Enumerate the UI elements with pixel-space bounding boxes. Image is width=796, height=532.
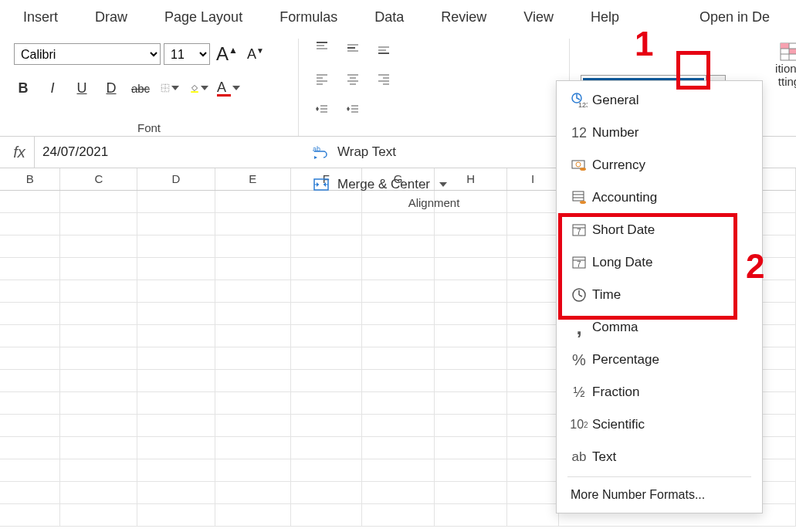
- cell[interactable]: [0, 236, 60, 257]
- bold-button[interactable]: B: [14, 79, 32, 97]
- more-number-formats[interactable]: More Number Formats...: [557, 480, 762, 510]
- cell[interactable]: [291, 415, 362, 436]
- cell[interactable]: [435, 347, 507, 369]
- cell[interactable]: [362, 280, 435, 302]
- italic-button[interactable]: I: [43, 79, 62, 97]
- cell[interactable]: [291, 325, 362, 347]
- cell[interactable]: [435, 504, 507, 526]
- align-right-button[interactable]: [374, 69, 393, 88]
- cell[interactable]: [215, 370, 291, 391]
- increase-font-button[interactable]: A▲: [213, 43, 241, 65]
- cell[interactable]: [137, 392, 215, 414]
- cell[interactable]: [507, 303, 558, 324]
- cell[interactable]: [0, 347, 60, 369]
- cell[interactable]: [137, 325, 215, 347]
- cell[interactable]: [507, 504, 558, 526]
- borders-button[interactable]: [161, 79, 179, 97]
- cell[interactable]: [291, 213, 362, 235]
- align-middle-button[interactable]: [344, 39, 362, 57]
- col-header-e[interactable]: E: [215, 168, 291, 190]
- cell[interactable]: [507, 280, 558, 302]
- cell[interactable]: [435, 392, 507, 414]
- cell[interactable]: [507, 437, 558, 459]
- cell[interactable]: [0, 258, 60, 280]
- cell[interactable]: [0, 280, 60, 302]
- cell[interactable]: [60, 482, 137, 503]
- cell[interactable]: [435, 303, 507, 324]
- cell[interactable]: [507, 415, 558, 436]
- cell[interactable]: [0, 437, 60, 459]
- cell[interactable]: [291, 437, 362, 459]
- menu-draw[interactable]: Draw: [76, 3, 146, 32]
- fx-icon[interactable]: fx: [5, 137, 35, 168]
- cell[interactable]: [60, 236, 137, 257]
- menu-data[interactable]: Data: [356, 3, 422, 32]
- cell[interactable]: [215, 236, 291, 257]
- menu-review[interactable]: Review: [422, 3, 505, 32]
- format-comma[interactable]: , Comma: [557, 311, 762, 344]
- font-color-button[interactable]: A: [219, 79, 238, 97]
- increase-indent-button[interactable]: [344, 100, 362, 119]
- cell[interactable]: [215, 347, 291, 369]
- cell[interactable]: [60, 459, 137, 481]
- cell[interactable]: [362, 303, 435, 324]
- cell[interactable]: [362, 459, 435, 481]
- cell[interactable]: [435, 213, 507, 235]
- format-short-date[interactable]: 7 Short Date: [557, 214, 762, 246]
- cell[interactable]: [507, 347, 558, 369]
- cell[interactable]: [507, 236, 558, 257]
- col-header-b[interactable]: B: [0, 168, 60, 190]
- cell[interactable]: [0, 392, 60, 414]
- cell[interactable]: [215, 459, 291, 481]
- cell[interactable]: [0, 325, 60, 347]
- format-general[interactable]: 123 General: [557, 84, 762, 117]
- cell[interactable]: [435, 258, 507, 280]
- cell[interactable]: [0, 415, 60, 436]
- cell[interactable]: [215, 191, 291, 212]
- cell[interactable]: [291, 482, 362, 503]
- cell[interactable]: [507, 459, 558, 481]
- cell[interactable]: [507, 325, 558, 347]
- align-left-button[interactable]: [313, 69, 331, 88]
- cell[interactable]: [435, 325, 507, 347]
- decrease-font-button[interactable]: A▼: [244, 46, 267, 63]
- cell[interactable]: [137, 370, 215, 391]
- cell[interactable]: [362, 236, 435, 257]
- cell[interactable]: [215, 325, 291, 347]
- cell[interactable]: [507, 258, 558, 280]
- cell[interactable]: [60, 303, 137, 324]
- cell[interactable]: [362, 415, 435, 436]
- cell[interactable]: [137, 504, 215, 526]
- col-header-c[interactable]: C: [60, 168, 137, 190]
- cell[interactable]: [60, 437, 137, 459]
- cell[interactable]: [215, 213, 291, 235]
- menu-help[interactable]: Help: [572, 3, 638, 32]
- cell[interactable]: [362, 504, 435, 526]
- format-fraction[interactable]: ½ Fraction: [557, 376, 762, 408]
- cell[interactable]: [435, 236, 507, 257]
- conditional-formatting-button[interactable]: itiona tting: [772, 42, 796, 131]
- format-scientific[interactable]: 102 Scientific: [557, 408, 762, 441]
- cell[interactable]: [435, 280, 507, 302]
- col-header-d[interactable]: D: [137, 168, 215, 190]
- cell[interactable]: [215, 437, 291, 459]
- menu-page-layout[interactable]: Page Layout: [146, 3, 261, 32]
- double-underline-button[interactable]: D: [102, 79, 120, 97]
- cell[interactable]: [0, 303, 60, 324]
- align-center-button[interactable]: [344, 69, 362, 88]
- cell[interactable]: [362, 482, 435, 503]
- cell[interactable]: [0, 504, 60, 526]
- cell[interactable]: [435, 370, 507, 391]
- cell[interactable]: [137, 236, 215, 257]
- cell[interactable]: [291, 392, 362, 414]
- cell[interactable]: [362, 347, 435, 369]
- cell[interactable]: [362, 191, 435, 212]
- cell[interactable]: [291, 280, 362, 302]
- cell[interactable]: [507, 191, 558, 212]
- cell[interactable]: [215, 303, 291, 324]
- cell[interactable]: [362, 392, 435, 414]
- menu-formulas[interactable]: Formulas: [261, 3, 356, 32]
- menu-insert[interactable]: Insert: [8, 3, 76, 32]
- cell[interactable]: [60, 415, 137, 436]
- cell[interactable]: [137, 258, 215, 280]
